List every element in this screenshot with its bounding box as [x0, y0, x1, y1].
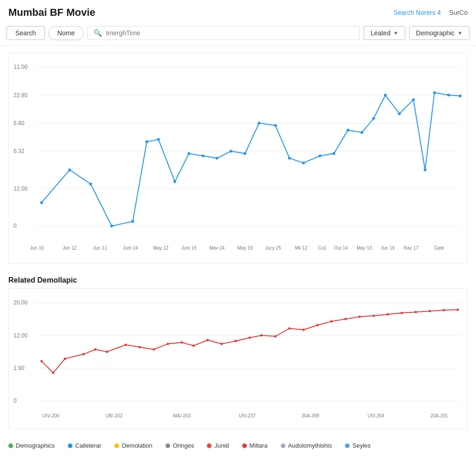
- svg-text:Juni 14: Juni 14: [123, 245, 138, 251]
- legend-section: Demographics Calleterar Demolation Oring…: [0, 436, 476, 454]
- svg-point-21: [202, 154, 205, 157]
- svg-text:12.00: 12.00: [13, 332, 27, 338]
- svg-point-89: [372, 314, 375, 317]
- svg-point-69: [94, 348, 97, 350]
- demographics-label: Demographics: [16, 442, 55, 449]
- svg-point-18: [157, 138, 160, 141]
- legend-item-calleterar: Calleterar: [68, 442, 101, 449]
- svg-text:UIV-200: UIV-200: [42, 413, 60, 418]
- svg-text:UB/-202: UB/-202: [106, 413, 123, 418]
- legend-item-junid: Junid: [207, 442, 229, 449]
- svg-text:Jun 10: Jun 10: [30, 245, 44, 251]
- toolbar: Search Nome 🔍 Leated ▼ Demographic ▼: [0, 22, 476, 46]
- demolation-label: Demolation: [122, 442, 152, 449]
- search-input[interactable]: [106, 29, 354, 37]
- svg-point-74: [167, 343, 169, 345]
- svg-point-16: [132, 220, 134, 223]
- svg-text:12.00: 12.00: [13, 185, 27, 192]
- svg-point-80: [249, 337, 251, 339]
- seyles-dot: [345, 443, 350, 448]
- svg-text:Jucy 25: Jucy 25: [265, 245, 281, 251]
- search-button[interactable]: Search: [7, 26, 45, 40]
- svg-text:30A-399: 30A-399: [302, 413, 319, 418]
- svg-point-37: [423, 168, 426, 171]
- svg-point-76: [192, 344, 195, 347]
- audolomythishis-label: Audolomythishis: [288, 442, 332, 449]
- related-section: Related Demollapic 20.00 12.00 1.90 0: [0, 269, 476, 436]
- demographic-dropdown-button[interactable]: Demographic ▼: [409, 26, 469, 40]
- svg-point-94: [443, 309, 445, 311]
- svg-point-20: [187, 152, 190, 155]
- main-line-chart: 11.00 22.80 6.80 6.32 12.00 0: [13, 58, 463, 259]
- svg-text:6.80: 6.80: [13, 120, 25, 126]
- svg-point-84: [302, 329, 304, 331]
- svg-point-77: [206, 339, 209, 341]
- svg-point-93: [429, 310, 431, 312]
- svg-text:1.90: 1.90: [13, 365, 25, 371]
- svg-text:Jun 19: Jun 19: [381, 245, 395, 251]
- leated-label: Leated: [370, 29, 390, 37]
- svg-point-90: [386, 313, 389, 315]
- miltara-label: Miltara: [250, 442, 268, 449]
- junid-label: Junid: [214, 442, 229, 449]
- svg-point-72: [139, 346, 141, 348]
- svg-point-22: [216, 157, 218, 159]
- related-line-chart: 20.00 12.00 1.90 0: [13, 293, 463, 424]
- demolation-dot: [114, 443, 119, 448]
- related-chart-container: 20.00 12.00 1.90 0: [8, 288, 468, 430]
- demographics-dot: [8, 443, 13, 448]
- svg-point-38: [433, 91, 436, 94]
- svg-text:Gate: Gate: [434, 245, 444, 251]
- svg-point-15: [110, 225, 113, 227]
- svg-text:UIV-264: UIV-264: [368, 413, 385, 418]
- svg-text:Jun 11: Jun 11: [93, 245, 107, 251]
- svg-text:May 13: May 13: [357, 245, 372, 251]
- svg-point-87: [344, 318, 347, 320]
- svg-point-33: [372, 117, 375, 120]
- svg-text:22.80: 22.80: [13, 92, 27, 99]
- svg-point-79: [234, 340, 237, 342]
- search-input-wrapper: 🔍: [87, 26, 360, 40]
- svg-text:Rav 17: Rav 17: [403, 245, 418, 251]
- header-right: Search Norers 4 SurCo: [393, 9, 468, 16]
- svg-point-73: [152, 348, 155, 350]
- oringes-dot: [165, 443, 170, 448]
- svg-point-95: [456, 308, 459, 311]
- audolomythishis-dot: [281, 443, 285, 448]
- main-chart-section: 11.00 22.80 6.80 6.32 12.00 0: [0, 46, 476, 269]
- svg-point-32: [361, 131, 364, 134]
- svg-text:11.00: 11.00: [13, 64, 27, 70]
- search-norers-link[interactable]: Search Norers 4: [393, 9, 441, 16]
- legend-item-demolation: Demolation: [114, 442, 152, 449]
- svg-point-12: [40, 201, 43, 204]
- surco-label: SurCo: [449, 9, 468, 16]
- svg-text:6.32: 6.32: [13, 148, 25, 154]
- svg-point-88: [358, 315, 361, 317]
- legend-item-miltara: Miltara: [242, 442, 268, 449]
- svg-text:0: 0: [13, 397, 17, 404]
- leated-dropdown-button[interactable]: Leated ▼: [364, 26, 405, 40]
- svg-point-67: [64, 357, 66, 360]
- svg-point-19: [173, 180, 176, 183]
- svg-point-27: [288, 157, 291, 159]
- svg-point-66: [52, 371, 54, 374]
- legend-item-demographics: Demographics: [8, 442, 55, 449]
- svg-point-34: [384, 93, 387, 96]
- svg-point-31: [346, 129, 349, 132]
- svg-text:May 12: May 12: [153, 245, 168, 251]
- svg-text:Co1: Co1: [318, 245, 327, 251]
- svg-text:20A-201: 20A-201: [430, 413, 448, 418]
- main-chart-container: 11.00 22.80 6.80 6.32 12.00 0: [8, 53, 468, 264]
- legend-item-audolomythishis: Audolomythishis: [281, 442, 332, 449]
- svg-point-23: [230, 150, 232, 152]
- svg-point-78: [220, 343, 223, 345]
- svg-point-24: [244, 152, 246, 155]
- svg-point-91: [401, 311, 403, 314]
- svg-point-82: [274, 335, 277, 337]
- svg-text:Jun 12: Jun 12: [63, 245, 77, 251]
- svg-text:MA/-203: MA/-203: [173, 413, 191, 418]
- svg-text:Oui 14: Oui 14: [334, 245, 348, 251]
- svg-point-40: [459, 94, 462, 97]
- svg-point-81: [260, 334, 263, 337]
- nome-button[interactable]: Nome: [48, 26, 83, 40]
